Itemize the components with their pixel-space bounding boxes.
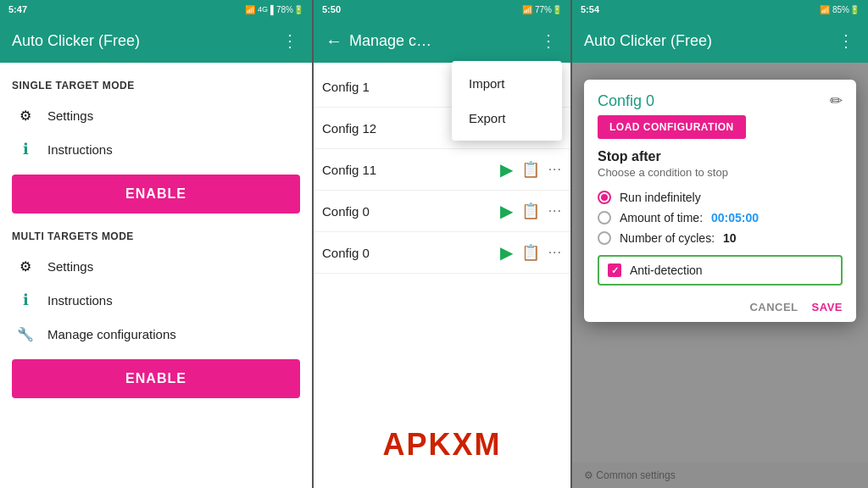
- config-actions: ▶ 📋 ···: [500, 242, 562, 263]
- dialog-actions: CANCEL SAVE: [598, 296, 843, 313]
- copy-icon[interactable]: 📋: [521, 243, 540, 262]
- phone3-status-bar: 5:54 📶 85%🔋: [572, 0, 868, 19]
- single-settings-label: Settings: [47, 108, 93, 123]
- phone1-more-button[interactable]: ⋮: [281, 30, 300, 51]
- anti-detection-label: Anti-detection: [630, 263, 703, 277]
- phone2-more-button[interactable]: ⋮: [540, 30, 559, 51]
- radio-amount-of-time[interactable]: Amount of time: 00:05:00: [598, 208, 843, 228]
- phone1-status-icons: 📶 4G ▌78%🔋: [245, 5, 303, 14]
- phone2-appbar-left: ← Manage c…: [326, 31, 431, 51]
- copy-icon[interactable]: 📋: [521, 160, 540, 179]
- config-dialog: Config 0 ✏ LOAD CONFIGURATION Stop after…: [584, 80, 856, 322]
- phone3-status-icons: 📶 85%🔋: [820, 5, 860, 14]
- radio-unselected-icon: [598, 211, 611, 225]
- play-icon[interactable]: ▶: [500, 242, 513, 263]
- config-row[interactable]: Config 0 ▶ 📋 ···: [314, 191, 570, 232]
- phone3: 5:54 📶 85%🔋 Auto Clicker (Free) ⋮ SINGLE…: [572, 0, 868, 488]
- manage-configs-label: Manage configurations: [47, 327, 176, 341]
- config-name: Config 0: [322, 246, 500, 260]
- more-icon[interactable]: ···: [548, 162, 562, 177]
- cancel-button[interactable]: CANCEL: [749, 301, 798, 313]
- single-instructions-item[interactable]: ℹ Instructions: [12, 132, 300, 166]
- phone2-app-bar: ← Manage c… ⋮: [314, 19, 570, 63]
- phone3-app-bar: Auto Clicker (Free) ⋮: [572, 19, 868, 63]
- number-of-cycles-label: Number of cycles:: [620, 231, 715, 245]
- amount-of-time-value: 00:05:00: [711, 211, 759, 225]
- radio-number-of-cycles[interactable]: Number of cycles: 10: [598, 228, 843, 248]
- stop-after-title: Stop after: [598, 149, 843, 164]
- multi-instructions-label: Instructions: [47, 293, 113, 308]
- save-button[interactable]: SAVE: [812, 301, 843, 313]
- phone3-time: 5:54: [581, 4, 599, 14]
- config-row[interactable]: Config 0 ▶ 📋 ···: [314, 232, 570, 274]
- gear-icon: ⚙: [15, 105, 36, 125]
- single-instructions-label: Instructions: [47, 142, 113, 157]
- play-icon[interactable]: ▶: [500, 201, 513, 221]
- phone1-time: 5:47: [8, 4, 27, 14]
- info-icon: ℹ: [15, 139, 36, 159]
- play-icon[interactable]: ▶: [500, 159, 513, 180]
- single-enable-button[interactable]: ENABLE: [12, 175, 300, 214]
- phone2-app-title: Manage c…: [349, 32, 431, 50]
- manage-configs-item[interactable]: 🔧 Manage configurations: [12, 317, 300, 351]
- radio-unselected-icon2: [598, 231, 611, 245]
- dialog-header: Config 0 ✏: [598, 92, 843, 110]
- multi-enable-button[interactable]: ENABLE: [12, 359, 300, 398]
- phone1-app-title: Auto Clicker (Free): [12, 32, 140, 50]
- amount-of-time-label: Amount of time:: [620, 211, 703, 225]
- phone3-main: SINGLE TARGET MODE Config 0 ✏ LOAD CONFI…: [572, 63, 868, 488]
- single-target-header: SINGLE TARGET MODE: [12, 80, 300, 92]
- anti-detection-row[interactable]: Anti-detection: [598, 255, 843, 286]
- wrench-icon: 🔧: [15, 324, 36, 344]
- phone1-status-bar: 5:47 📶 4G ▌78%🔋: [0, 0, 312, 19]
- phone1-app-bar: Auto Clicker (Free) ⋮: [0, 19, 312, 63]
- phone3-more-button[interactable]: ⋮: [837, 30, 856, 51]
- config-actions: ▶ 📋 ···: [500, 159, 562, 180]
- config-row[interactable]: Config 11 ▶ 📋 ···: [314, 149, 570, 191]
- phone2: 5:50 📶 77%🔋 ← Manage c… ⋮ Import Export …: [314, 0, 572, 488]
- dialog-config-title: Config 0: [598, 92, 654, 110]
- config-name: Config 11: [322, 163, 500, 177]
- phone3-app-title: Auto Clicker (Free): [584, 32, 712, 50]
- run-indefinitely-label: Run indefinitely: [620, 191, 701, 204]
- copy-icon[interactable]: 📋: [521, 202, 540, 220]
- multi-target-header: MULTI TARGETS MODE: [12, 230, 300, 242]
- multi-settings-label: Settings: [47, 259, 93, 274]
- phone2-status-icons: 📶 77%🔋: [522, 5, 562, 14]
- checkbox-checked-icon: [608, 263, 621, 277]
- multi-instructions-item[interactable]: ℹ Instructions: [12, 283, 300, 317]
- export-menu-item[interactable]: Export: [452, 101, 562, 136]
- info-icon-multi: ℹ: [15, 290, 36, 310]
- gear-icon-multi: ⚙: [15, 256, 36, 276]
- config-name: Config 0: [322, 204, 500, 219]
- radio-run-indefinitely[interactable]: Run indefinitely: [598, 187, 843, 208]
- radio-selected-icon: [598, 191, 611, 204]
- stop-after-subtitle: Choose a condition to stop: [598, 166, 843, 179]
- edit-icon[interactable]: ✏: [830, 92, 843, 110]
- back-button[interactable]: ←: [326, 31, 342, 51]
- single-settings-item[interactable]: ⚙ Settings: [12, 98, 300, 132]
- phone2-status-bar: 5:50 📶 77%🔋: [314, 0, 570, 19]
- config-actions: ▶ 📋 ···: [500, 201, 562, 221]
- load-config-button[interactable]: LOAD CONFIGURATION: [598, 115, 746, 139]
- more-icon[interactable]: ···: [548, 245, 562, 260]
- phone1-content: SINGLE TARGET MODE ⚙ Settings ℹ Instruct…: [0, 63, 312, 488]
- number-of-cycles-value: 10: [723, 231, 737, 245]
- dropdown-menu: Import Export: [452, 61, 562, 141]
- phone2-time: 5:50: [322, 4, 341, 14]
- multi-settings-item[interactable]: ⚙ Settings: [12, 249, 300, 283]
- more-icon[interactable]: ···: [548, 203, 562, 219]
- import-menu-item[interactable]: Import: [452, 66, 562, 101]
- watermark: APKXM: [382, 427, 501, 463]
- phone1: 5:47 📶 4G ▌78%🔋 Auto Clicker (Free) ⋮ SI…: [0, 0, 314, 488]
